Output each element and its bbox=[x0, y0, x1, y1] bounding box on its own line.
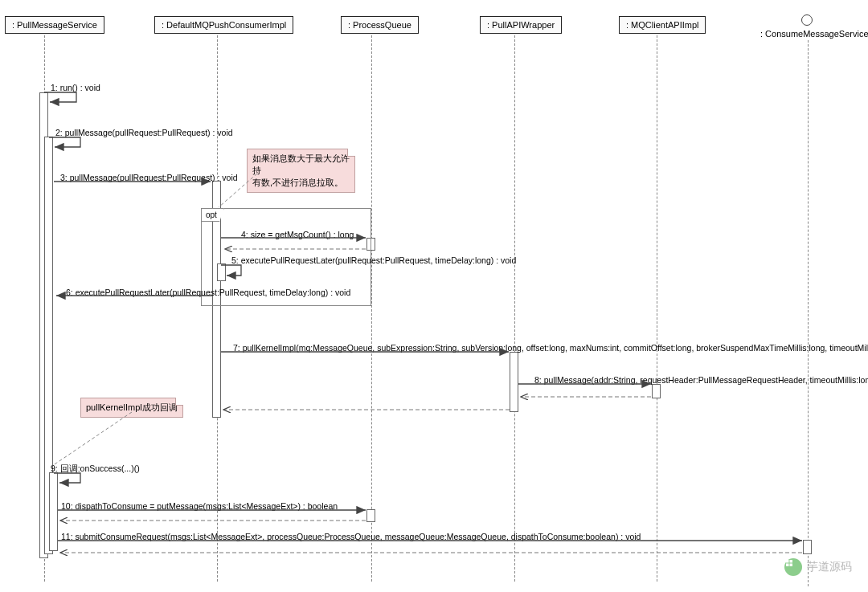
watermark: 芋道源码 bbox=[784, 558, 852, 576]
svg-line-9 bbox=[52, 412, 132, 466]
watermark-text: 芋道源码 bbox=[807, 560, 852, 574]
watermark-icon bbox=[784, 558, 802, 576]
svg-line-1 bbox=[219, 174, 257, 207]
arrows-layer bbox=[0, 0, 868, 592]
